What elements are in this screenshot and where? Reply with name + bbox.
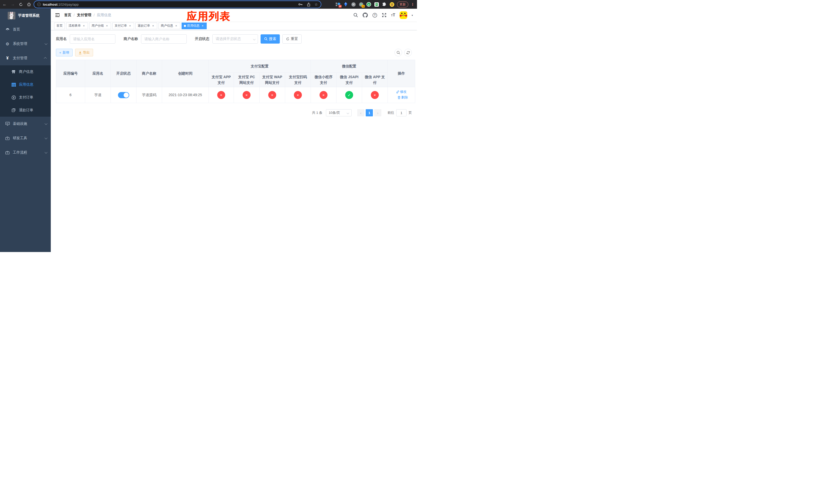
reset-button[interactable]: 重置 bbox=[282, 35, 302, 44]
site-info-icon[interactable]: i bbox=[37, 3, 41, 6]
page-size-select[interactable]: 10条/页 bbox=[326, 109, 352, 116]
browser-back-button[interactable]: ← bbox=[3, 2, 7, 6]
browser-update-button[interactable]: 更新 bbox=[397, 2, 408, 7]
browser-reload-button[interactable] bbox=[19, 3, 23, 6]
tab-user-group[interactable]: 用户分组× bbox=[89, 23, 111, 29]
yen-icon: ¥ bbox=[5, 56, 10, 61]
toolbox-icon bbox=[5, 136, 10, 140]
active-dot-icon bbox=[184, 25, 186, 27]
header-search-icon[interactable] bbox=[353, 13, 358, 18]
sidebar-item-workflow[interactable]: 工作流程 bbox=[0, 145, 51, 160]
col-created: 创建时间 bbox=[162, 60, 209, 87]
close-icon[interactable]: × bbox=[82, 24, 86, 28]
breadcrumb-payment[interactable]: 支付管理 bbox=[77, 13, 91, 18]
gear-icon: ⚙ bbox=[5, 42, 10, 46]
app-name-input[interactable] bbox=[70, 35, 115, 44]
shop-icon bbox=[11, 69, 16, 74]
toolbox-icon bbox=[5, 150, 10, 155]
extension-notes-icon[interactable] bbox=[374, 2, 379, 7]
close-icon[interactable]: × bbox=[105, 24, 109, 28]
add-button[interactable]: + 新增 bbox=[56, 49, 72, 56]
app-name-label: 应用名 bbox=[56, 37, 67, 41]
browser-chrome: ← → i localhost:1024/pay/app ☆ 10 bbox=[0, 0, 417, 9]
close-icon[interactable]: × bbox=[174, 24, 178, 28]
extension-command-icon[interactable]: ⌘ bbox=[351, 2, 356, 7]
refresh-button[interactable] bbox=[404, 49, 412, 56]
share-icon[interactable] bbox=[307, 3, 310, 6]
svg-text:?: ? bbox=[374, 14, 375, 17]
cell-created: 2021-10-23 08:49:25 bbox=[162, 87, 209, 103]
tab-pay-orders[interactable]: 支付订单× bbox=[112, 23, 134, 29]
tab-app-info[interactable]: 应用信息× bbox=[181, 23, 207, 29]
goto-page-input[interactable] bbox=[396, 109, 407, 116]
close-icon[interactable]: × bbox=[201, 24, 204, 28]
status-icon: × bbox=[294, 91, 302, 99]
close-icon[interactable]: × bbox=[151, 24, 155, 28]
sidebar-collapse-icon[interactable] bbox=[55, 13, 60, 18]
extensions-puzzle-icon[interactable] bbox=[381, 2, 387, 7]
password-key-icon[interactable] bbox=[298, 3, 303, 6]
sidebar-item-pay-orders[interactable]: 支付订单 bbox=[0, 91, 51, 104]
chevron-down-icon bbox=[45, 42, 47, 45]
font-size-icon[interactable]: TT bbox=[391, 13, 395, 18]
extension-balloon-icon[interactable] bbox=[343, 2, 348, 7]
extension-recorder-icon[interactable]: 1 bbox=[358, 2, 364, 7]
close-icon[interactable]: × bbox=[128, 24, 132, 28]
table-toolbar: + 新增 导出 bbox=[56, 49, 412, 56]
col-merchant: 商户名称 bbox=[136, 60, 162, 87]
fullscreen-icon[interactable] bbox=[381, 13, 387, 18]
extension-emoji-icon[interactable] bbox=[389, 2, 394, 7]
toggle-search-button[interactable] bbox=[394, 49, 402, 56]
sidebar-item-home[interactable]: 首页 bbox=[0, 22, 51, 37]
sidebar-item-infrastructure[interactable]: 基础设施 bbox=[0, 117, 51, 131]
page-container: 应用名 商户名称 开启状态 请选择开启状态 搜索 bbox=[51, 30, 417, 252]
breadcrumb-home[interactable]: 首页 bbox=[64, 13, 71, 18]
help-icon[interactable]: ? bbox=[372, 13, 377, 18]
user-avatar[interactable] bbox=[399, 11, 407, 19]
github-icon[interactable] bbox=[363, 13, 368, 18]
browser-home-button[interactable] bbox=[27, 2, 31, 6]
col-wx-app: 微信 APP 支付 bbox=[362, 73, 388, 87]
status-icon: × bbox=[217, 91, 225, 99]
next-page-button[interactable]: › bbox=[374, 109, 381, 116]
address-bar[interactable]: i localhost:1024/pay/app ☆ bbox=[34, 1, 321, 8]
sidebar-item-dev-tools[interactable]: 研发工具 bbox=[0, 131, 51, 145]
tab-home[interactable]: 首页 bbox=[54, 23, 65, 29]
extension-blue-diamond-icon[interactable]: 10 bbox=[335, 2, 341, 7]
delete-link[interactable]: 删除 bbox=[397, 95, 408, 100]
sidebar-item-system[interactable]: ⚙ 系统管理 bbox=[0, 37, 51, 51]
tab-merchant-info[interactable]: 商户信息× bbox=[158, 23, 180, 29]
sidebar-item-refund-orders[interactable]: 退款订单 bbox=[0, 104, 51, 117]
cell-app-id: 6 bbox=[56, 87, 85, 103]
tab-refund-orders[interactable]: 退款订单× bbox=[135, 23, 157, 29]
status-icon: × bbox=[243, 91, 250, 99]
sidebar-item-app-info[interactable]: 应用信息 bbox=[0, 78, 51, 91]
goto-label: 前往 bbox=[388, 111, 394, 115]
sidebar-item-merchant-info[interactable]: 商户信息 bbox=[0, 65, 51, 78]
cell-actions: 修改 删除 bbox=[388, 87, 415, 103]
documents-icon bbox=[11, 108, 16, 113]
cell-app-name: 芋道 bbox=[85, 87, 111, 103]
extension-y-icon[interactable]: y bbox=[366, 2, 371, 7]
sidebar-item-payment[interactable]: ¥ 支付管理 bbox=[0, 51, 51, 65]
status-label: 开启状态 bbox=[195, 37, 209, 41]
edit-link[interactable]: 修改 bbox=[396, 89, 407, 94]
merchant-name-label: 商户名称 bbox=[124, 37, 138, 41]
enabled-switch[interactable] bbox=[118, 92, 129, 98]
search-button[interactable]: 搜索 bbox=[261, 35, 280, 44]
prev-page-button[interactable]: ‹ bbox=[357, 109, 365, 116]
export-button[interactable]: 导出 bbox=[75, 49, 93, 56]
url-text: localhost:1024/pay/app bbox=[43, 3, 79, 6]
merchant-name-input[interactable] bbox=[141, 35, 187, 44]
app-title: 芋道管理系统 bbox=[18, 13, 40, 18]
avatar-caret-icon[interactable]: ▾ bbox=[412, 14, 413, 17]
tab-flow-form[interactable]: 流程表单× bbox=[66, 23, 88, 29]
sidebar-logo[interactable]: 芋道管理系统 bbox=[0, 9, 51, 22]
bookmark-star-icon[interactable]: ☆ bbox=[314, 3, 318, 6]
col-wx-jsapi: 微信 JSAPI 支付 bbox=[336, 73, 362, 87]
status-select[interactable]: 请选择开启状态 bbox=[212, 35, 258, 44]
browser-forward-button[interactable]: → bbox=[11, 2, 15, 6]
status-icon: ✓ bbox=[345, 91, 353, 99]
page-number-button[interactable]: 1 bbox=[366, 109, 373, 116]
browser-menu-icon[interactable]: ⋮ bbox=[411, 2, 414, 6]
